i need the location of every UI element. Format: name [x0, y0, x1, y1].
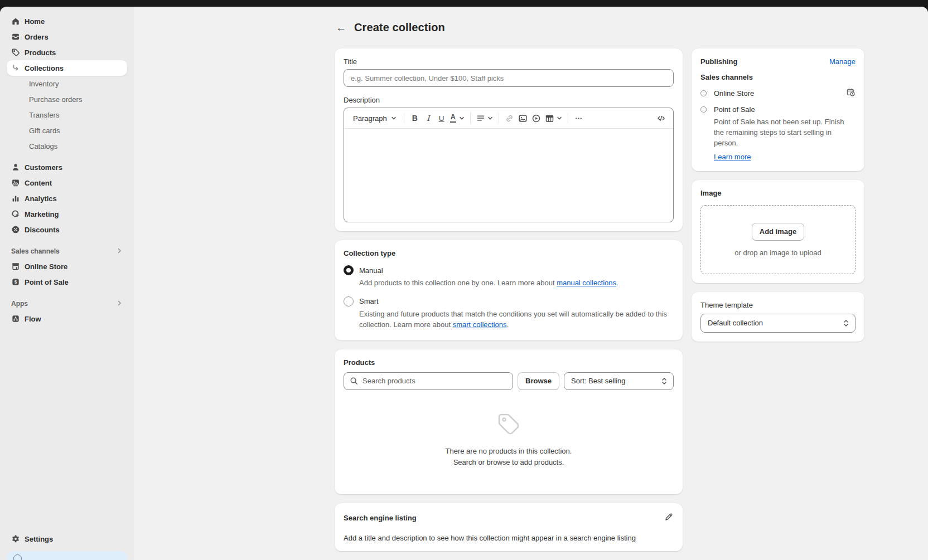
sidebar-item-products[interactable]: Products: [7, 45, 127, 60]
tag-icon: [11, 48, 20, 57]
sidebar-section-sales-channels[interactable]: Sales channels: [7, 244, 127, 259]
sidebar-item-label: Purchase orders: [29, 95, 82, 104]
paragraph-label: Paragraph: [353, 114, 387, 123]
sidebar-item-settings[interactable]: Settings: [7, 531, 127, 547]
sidebar-item-content[interactable]: Content: [7, 175, 127, 191]
image-icon: [518, 114, 528, 123]
sidebar-item-discounts[interactable]: Discounts: [7, 222, 127, 237]
sidebar-item-home[interactable]: Home: [7, 13, 127, 29]
sidebar-item-catalogs[interactable]: Catalogs: [7, 138, 127, 154]
title-input[interactable]: [344, 69, 674, 87]
pencil-icon: [664, 512, 674, 522]
video-play-icon: [531, 114, 541, 123]
sidebar-item-collections[interactable]: Collections: [7, 60, 127, 76]
sidebar-item-label: Flow: [25, 315, 41, 323]
analytics-icon: [11, 194, 20, 203]
updown-caret-icon: [843, 319, 849, 327]
sidebar-item-analytics[interactable]: Analytics: [7, 191, 127, 206]
image-dropzone[interactable]: Add image or drop an image to upload: [700, 205, 856, 274]
sidebar-item-purchase-orders[interactable]: Purchase orders: [7, 91, 127, 107]
italic-icon: I: [427, 114, 430, 123]
insert-link-button[interactable]: [503, 111, 516, 125]
sidebar-item-label: Settings: [25, 535, 53, 543]
sidebar-item-marketing[interactable]: Marketing: [7, 206, 127, 222]
sidebar-section-apps[interactable]: Apps: [7, 296, 127, 311]
chevron-right-icon: [116, 247, 123, 256]
learn-more-link[interactable]: Learn more: [714, 153, 751, 161]
theme-template-select[interactable]: Default collection: [700, 314, 856, 333]
section-label: Sales channels: [11, 247, 60, 255]
sidebar-item-inventory[interactable]: Inventory: [7, 76, 127, 91]
image-heading: Image: [700, 189, 856, 197]
text-color-icon: A: [450, 114, 456, 123]
bold-button[interactable]: B: [408, 111, 422, 125]
sidebar-item-customers[interactable]: Customers: [7, 159, 127, 175]
description-textarea[interactable]: [344, 129, 673, 222]
collection-type-heading: Collection type: [344, 249, 674, 257]
schedule-publish-button[interactable]: [846, 87, 856, 99]
toolbar-divider: [499, 113, 499, 124]
sidebar-item-orders[interactable]: Orders: [7, 29, 127, 45]
smart-radio-button[interactable]: [344, 296, 354, 306]
online-store-icon: [11, 262, 20, 271]
empty-state-line1: There are no products in this collection…: [446, 446, 572, 457]
italic-button[interactable]: I: [422, 111, 435, 125]
edit-seo-button[interactable]: [664, 512, 674, 524]
collection-type-card: Collection type Manual Add products to t…: [335, 240, 683, 340]
tag-icon: [495, 410, 523, 438]
manual-radio-button[interactable]: [344, 265, 354, 275]
add-image-button[interactable]: Add image: [752, 223, 804, 241]
promo-card[interactable]: [7, 551, 127, 560]
toolbar-divider: [470, 113, 471, 124]
insert-image-button[interactable]: [516, 111, 530, 125]
paragraph-style-dropdown[interactable]: Paragraph: [350, 111, 400, 125]
page-header: ← Create collection: [336, 21, 928, 34]
manage-link[interactable]: Manage: [829, 57, 856, 66]
show-html-button[interactable]: [654, 111, 668, 125]
insert-table-dropdown[interactable]: [543, 111, 564, 125]
products-controls: Browse Sort: Best selling: [344, 372, 674, 390]
sidebar-item-point-of-sale[interactable]: $ Point of Sale: [7, 274, 127, 290]
sidebar-item-label: Analytics: [25, 194, 57, 203]
theme-template-card: Theme template Default collection: [692, 292, 864, 342]
manual-radio-row[interactable]: Manual: [344, 265, 674, 275]
sidebar-item-label: Point of Sale: [25, 278, 69, 286]
underline-button[interactable]: U: [435, 111, 448, 125]
manual-collections-link[interactable]: manual collections: [557, 279, 616, 287]
sort-select[interactable]: Sort: Best selling: [564, 372, 674, 390]
drop-hint: or drop an image to upload: [734, 249, 821, 257]
smart-radio-row[interactable]: Smart: [344, 296, 674, 306]
products-empty-state: There are no products in this collection…: [344, 390, 674, 486]
insert-video-button[interactable]: [530, 111, 543, 125]
more-options-button[interactable]: [572, 111, 586, 125]
sidebar-item-label: Transfers: [29, 111, 59, 119]
table-icon: [545, 114, 554, 123]
back-arrow-button[interactable]: ←: [336, 22, 346, 33]
products-card: Products Browse Sort: Best selling: [335, 349, 683, 495]
underline-icon: U: [439, 114, 444, 123]
page-title: Create collection: [354, 21, 445, 34]
gear-icon: [11, 534, 20, 543]
bold-icon: B: [412, 114, 418, 123]
smart-description: Existing and future products that match …: [359, 309, 674, 330]
channel-label: Online Store: [714, 89, 839, 98]
sidebar-item-transfers[interactable]: Transfers: [7, 107, 127, 123]
sidebar-item-flow[interactable]: Flow: [7, 311, 127, 327]
channel-status-icon: [700, 90, 707, 96]
sidebar-item-label: Gift cards: [29, 126, 60, 135]
product-search-input[interactable]: [362, 377, 507, 385]
promo-circle-icon: [13, 554, 22, 560]
channel-row-point-of-sale: Point of Sale: [700, 105, 856, 114]
main-content: ← Create collection Title Description Pa…: [134, 7, 928, 560]
text-align-dropdown[interactable]: [475, 111, 495, 125]
editor-toolbar: Paragraph B I U A: [344, 108, 673, 129]
sidebar-item-online-store[interactable]: Online Store: [7, 259, 127, 274]
text-color-dropdown[interactable]: A: [448, 111, 466, 125]
smart-collections-link[interactable]: smart collections: [453, 320, 507, 329]
sidebar-item-gift-cards[interactable]: Gift cards: [7, 123, 127, 138]
publishing-card: Publishing Manage Sales channels Online …: [692, 48, 864, 171]
browse-button[interactable]: Browse: [518, 372, 559, 390]
sidebar-item-label: Marketing: [25, 210, 59, 218]
manual-description: Add products to this collection one by o…: [359, 278, 674, 289]
sidebar-item-label: Discounts: [25, 226, 60, 234]
